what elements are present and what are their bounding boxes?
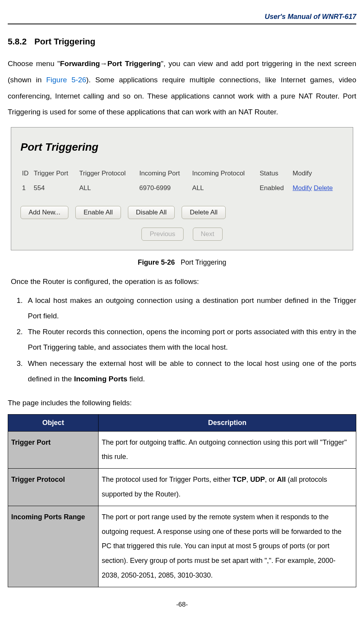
object-cell: Trigger Port bbox=[8, 431, 99, 469]
fields-header-row: Object Description bbox=[8, 414, 356, 431]
next-button: Next bbox=[193, 228, 223, 241]
previous-button: Previous bbox=[141, 228, 183, 241]
action-button-row: Add New... Enable All Disable All Delete… bbox=[20, 206, 344, 219]
object-header: Object bbox=[8, 414, 99, 431]
step3-bold: Incoming Ports bbox=[74, 375, 127, 383]
fields-intro: The page includes the following fields: bbox=[8, 398, 356, 409]
desc-mid2: , or bbox=[265, 476, 277, 483]
col-incoming-protocol: Incoming Protocol bbox=[191, 166, 258, 181]
cell-incoming-port: 6970-6999 bbox=[138, 181, 191, 195]
step3-post: field. bbox=[128, 375, 145, 383]
col-trigger-protocol: Trigger Protocol bbox=[78, 166, 138, 181]
delete-all-button[interactable]: Delete All bbox=[182, 206, 226, 219]
section-number: 5.8.2 bbox=[8, 37, 27, 46]
enable-all-button[interactable]: Enable All bbox=[75, 206, 121, 219]
table-header-row: ID Trigger Port Trigger Protocol Incomin… bbox=[20, 166, 344, 181]
figure-caption: Figure 5-26 Port Triggering bbox=[8, 257, 356, 268]
desc-tcp: TCP bbox=[232, 476, 246, 483]
delete-link[interactable]: Delete bbox=[314, 184, 333, 192]
screenshot-title: Port Triggering bbox=[20, 139, 344, 155]
screenshot-figure: Port Triggering ID Trigger Port Trigger … bbox=[11, 127, 353, 250]
description-cell: The protocol used for Trigger Ports, eit… bbox=[99, 469, 356, 506]
table-row: 1 554 ALL 6970-6999 ALL Enabled Modify D… bbox=[20, 181, 344, 195]
col-status: Status bbox=[258, 166, 291, 181]
col-trigger-port: Trigger Port bbox=[32, 166, 78, 181]
add-new-button[interactable]: Add New... bbox=[20, 206, 68, 219]
figure-label: Figure 5-26 bbox=[138, 258, 175, 266]
description-cell: The port for outgoing traffic. An outgoi… bbox=[99, 431, 356, 469]
list-item: The Router records this connection, open… bbox=[25, 324, 356, 355]
desc-mid1: , bbox=[246, 476, 250, 483]
object-cell: Trigger Protocol bbox=[8, 469, 99, 506]
list-item: A local host makes an outgoing connectio… bbox=[25, 293, 356, 324]
cell-incoming-protocol: ALL bbox=[191, 181, 258, 195]
list-item: When necessary the external host will be… bbox=[25, 356, 356, 387]
col-incoming-port: Incoming Port bbox=[138, 166, 191, 181]
table-row: Incoming Ports Range The port or port ra… bbox=[8, 506, 356, 587]
desc-udp: UDP bbox=[250, 476, 265, 483]
section-title-text: Port Triggering bbox=[34, 37, 95, 46]
cell-trigger-protocol: ALL bbox=[78, 181, 138, 195]
table-row: Trigger Port The port for outgoing traff… bbox=[8, 431, 356, 469]
page-number: -68- bbox=[8, 600, 356, 610]
object-cell: Incoming Ports Range bbox=[8, 506, 99, 587]
nav-button-row: Previous Next bbox=[20, 228, 344, 241]
description-cell: The port or port range used by the remot… bbox=[99, 506, 356, 587]
table-row: Trigger Protocol The protocol used for T… bbox=[8, 469, 356, 506]
intro-menu-path: Forwarding→Port Triggering bbox=[60, 59, 161, 68]
disable-all-button[interactable]: Disable All bbox=[128, 206, 175, 219]
section-heading: 5.8.2 Port Triggering bbox=[8, 35, 356, 48]
intro-prefix: Choose menu " bbox=[8, 59, 60, 68]
figure-caption-text: Port Triggering bbox=[180, 258, 226, 266]
header-title: User's Manual of WNRT-617 bbox=[265, 13, 356, 20]
procedure-list: A local host makes an outgoing connectio… bbox=[8, 293, 356, 387]
cell-id: 1 bbox=[20, 181, 32, 195]
description-header: Description bbox=[99, 414, 356, 431]
modify-link[interactable]: Modify bbox=[293, 184, 312, 192]
intro-paragraph: Choose menu "Forwarding→Port Triggering"… bbox=[8, 56, 356, 120]
operation-intro: Once the Router is configured, the opera… bbox=[11, 276, 353, 287]
page-header: User's Manual of WNRT-617 bbox=[8, 12, 356, 24]
port-triggering-table: ID Trigger Port Trigger Protocol Incomin… bbox=[20, 166, 344, 195]
desc-pre: The protocol used for Trigger Ports, eit… bbox=[102, 476, 232, 483]
cell-status: Enabled bbox=[258, 181, 291, 195]
col-id: ID bbox=[20, 166, 32, 181]
col-modify: Modify bbox=[291, 166, 344, 181]
figure-reference-link[interactable]: Figure 5-26 bbox=[46, 76, 86, 84]
fields-table: Object Description Trigger Port The port… bbox=[8, 414, 356, 587]
cell-trigger-port: 554 bbox=[32, 181, 78, 195]
cell-modify: Modify Delete bbox=[291, 181, 344, 195]
desc-all: All bbox=[277, 476, 286, 483]
